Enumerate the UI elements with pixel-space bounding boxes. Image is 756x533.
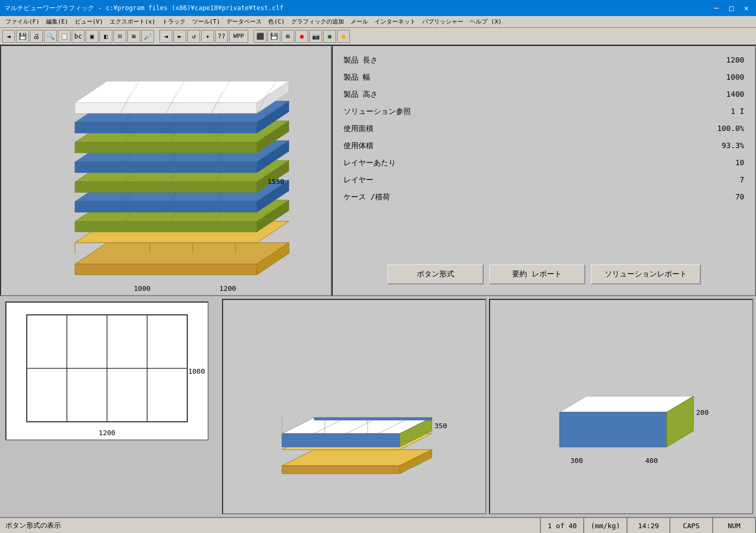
minimize-button[interactable]: ─ (711, 3, 722, 13)
menu-tools[interactable]: ツール(T) (189, 17, 224, 27)
menu-export[interactable]: エクスポート(x) (106, 17, 159, 27)
question-button[interactable]: ?? (215, 30, 228, 43)
menu-file[interactable]: ファイル(F) (2, 17, 43, 27)
camera-button[interactable]: 📷 (309, 30, 322, 43)
tb-btn-8[interactable]: ⊞ (127, 30, 140, 43)
svg-marker-51 (75, 81, 289, 103)
save-button[interactable]: 💾 (16, 30, 29, 43)
time-indicator: 14:29 (628, 518, 670, 533)
info-row-cases: ケース /積荷 70 (338, 188, 750, 205)
prev-button[interactable]: ◄ (159, 30, 172, 43)
value-layers: 7 (701, 172, 744, 187)
value-width: 1000 (701, 69, 744, 84)
svg-marker-81 (314, 418, 432, 420)
menu-view[interactable]: ビュー(V) (72, 17, 106, 27)
value-height: 1400 (701, 87, 744, 102)
svg-marker-2 (75, 264, 257, 275)
maximize-button[interactable]: □ (726, 3, 737, 13)
menu-truck[interactable]: トラック (159, 17, 189, 27)
print-button[interactable]: 🖨 (30, 30, 43, 43)
width2-label: 1200 (219, 284, 236, 291)
svg-marker-46 (75, 122, 257, 133)
floor-plan-svg (16, 310, 198, 432)
label-volume: 使用体積 (343, 138, 429, 153)
label-length: 製品 長さ (343, 52, 429, 67)
value-solution: 1 I (701, 104, 744, 119)
label-per-layer: レイヤーあたり (343, 155, 429, 170)
caps-indicator: CAPS (670, 518, 713, 533)
right-height-label: 200 (696, 408, 708, 416)
info-table: 製品 長さ 1200 製品 幅 1000 製品 高さ 1400 ソリューション参… (338, 51, 750, 259)
height-label: 1550 (268, 177, 284, 186)
page-text: 1 of 40 (547, 522, 577, 530)
svg-marker-0 (75, 243, 289, 264)
label-solution: ソリューション参照 (343, 104, 429, 119)
info-row-volume: 使用体積 93.3% (338, 137, 750, 154)
grid-button[interactable]: ⊞ (281, 30, 294, 43)
red-icon[interactable]: ⬛ (254, 30, 266, 43)
label-width: 製品 幅 (343, 69, 429, 84)
star-button[interactable]: ✦ (201, 30, 214, 43)
time-text: 14:29 (638, 522, 659, 530)
menu-database[interactable]: データベース (223, 17, 265, 27)
orange-circle[interactable]: ● (337, 30, 350, 43)
value-cases: 70 (701, 189, 744, 204)
close-button[interactable]: ✕ (741, 3, 752, 13)
main-3d-svg: 1550 1000 1200 (11, 50, 321, 291)
mid-w2-label: 1200 (384, 475, 400, 476)
buttons-row: ボタン形式 要約 レポート ソリューションレポート (338, 259, 750, 290)
bc-button[interactable]: bc (72, 30, 85, 43)
button-format[interactable]: ボタン形式 (387, 264, 484, 284)
menu-publisher[interactable]: パブリッシャー (419, 17, 467, 27)
label-layers: レイヤー (343, 172, 429, 187)
num-text: NUM (728, 522, 740, 530)
rotate-button[interactable]: ↺ (187, 30, 200, 43)
label-area: 使用面積 (343, 121, 429, 136)
next-button[interactable]: ► (173, 30, 186, 43)
right-w1-label: 300 (570, 457, 583, 465)
svg-marker-32 (75, 162, 257, 173)
window-title: マルチビューワーグラフィック - c:¥program files (x86)¥… (4, 4, 284, 13)
title-bar: マルチビューワーグラフィック - c:¥program files (x86)¥… (0, 0, 756, 16)
button-summary[interactable]: 要約 レポート (489, 264, 585, 284)
floor-width-label: 1200 (98, 429, 115, 437)
menu-mail[interactable]: メール (347, 17, 371, 27)
menu-edit[interactable]: 編集(E) (43, 17, 72, 27)
wpp-button[interactable]: WPP (229, 30, 248, 43)
label-cases: ケース /積荷 (343, 189, 429, 204)
info-row-length: 製品 長さ 1200 (338, 51, 750, 68)
tb-btn-6[interactable]: ◧ (100, 30, 112, 43)
num-indicator: NUM (713, 518, 756, 533)
info-row-layers: レイヤー 7 (338, 171, 750, 188)
bottom-right-view: 200 300 400 (489, 299, 753, 514)
menu-help[interactable]: ヘルプ (X) (467, 17, 505, 27)
svg-marker-69 (282, 466, 400, 474)
copy-button[interactable]: 📋 (58, 30, 71, 43)
value-length: 1200 (701, 52, 744, 67)
svg-marker-25 (75, 182, 257, 192)
menu-color[interactable]: 色(C) (265, 17, 288, 27)
floor-plan-container: 1200 1000 (3, 299, 217, 514)
zoom-button[interactable]: 🔎 (141, 30, 154, 43)
green-circle[interactable]: ● (323, 30, 336, 43)
svg-marker-18 (75, 202, 257, 212)
red-circle[interactable]: ● (295, 30, 308, 43)
save2-button[interactable]: 💾 (268, 30, 280, 43)
bottom-mid-view: 350 1000 1200 (222, 299, 486, 514)
mid-3d-svg: 350 1000 1200 (255, 337, 453, 476)
button-solution-report[interactable]: ソリューションレポート (591, 264, 701, 284)
floor-plan: 1200 1000 (5, 302, 209, 441)
value-volume: 93.3% (701, 138, 744, 153)
bottom-3d-views: 350 1000 1200 (219, 296, 756, 517)
menu-add-graphic[interactable]: グラフィックの追加 (288, 17, 347, 27)
units-text: (mm/kg) (591, 522, 620, 530)
mid-height-label: 350 (434, 422, 447, 430)
preview-button[interactable]: 🔍 (44, 30, 57, 43)
info-row-solution: ソリューション参照 1 I (338, 103, 750, 120)
right-3d-svg: 200 300 400 (522, 337, 720, 476)
menu-bar: ファイル(F) 編集(E) ビュー(V) エクスポート(x) トラック ツール(… (0, 16, 756, 28)
menu-internet[interactable]: インターネット (371, 17, 419, 27)
tb-btn-7[interactable]: ⊡ (113, 30, 126, 43)
back-button[interactable]: ◄ (2, 30, 15, 43)
frame-button[interactable]: ▣ (86, 30, 98, 43)
